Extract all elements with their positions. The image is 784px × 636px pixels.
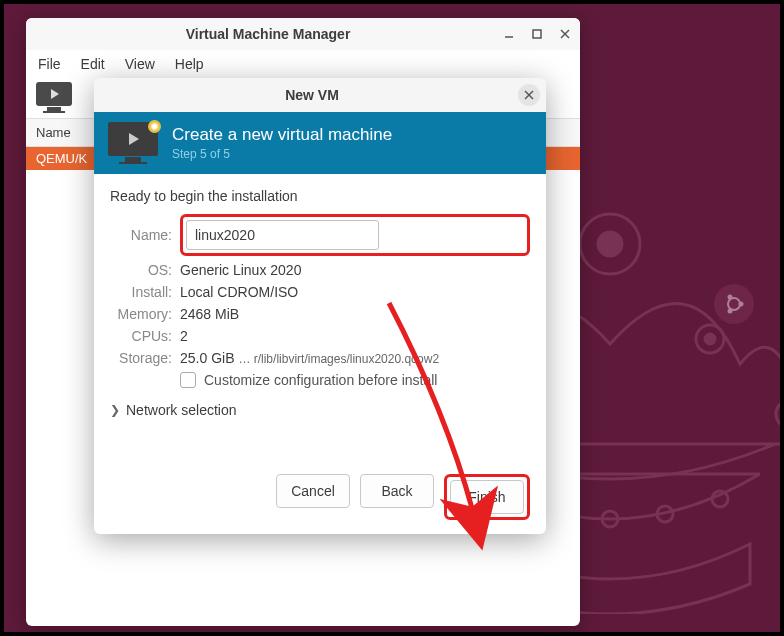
- svg-point-1: [598, 232, 622, 256]
- name-label: Name:: [110, 227, 172, 243]
- dialog-title: New VM: [106, 87, 518, 103]
- dialog-header-title: Create a new virtual machine: [172, 125, 392, 145]
- svg-point-17: [728, 295, 733, 300]
- svg-point-16: [739, 302, 744, 307]
- network-label: Network selection: [126, 402, 237, 418]
- network-selection-expander[interactable]: ❯ Network selection: [110, 402, 530, 418]
- cancel-button[interactable]: Cancel: [276, 474, 350, 508]
- install-label: Install:: [110, 284, 172, 300]
- storage-label: Storage:: [110, 350, 172, 366]
- menu-view[interactable]: View: [125, 56, 155, 72]
- name-highlight: [180, 214, 530, 256]
- svg-rect-20: [533, 30, 541, 38]
- menu-help[interactable]: Help: [175, 56, 204, 72]
- dialog-titlebar: New VM: [94, 78, 546, 112]
- dialog-actions: Cancel Back Finish: [110, 468, 530, 520]
- menubar: File Edit View Help: [26, 50, 580, 78]
- minimize-button[interactable]: [502, 27, 516, 41]
- install-value: Local CDROM/ISO: [180, 284, 298, 300]
- dialog-close-button[interactable]: [518, 84, 540, 106]
- dialog-body: Ready to begin the installation Name: OS…: [94, 174, 546, 534]
- storage-path: … r/lib/libvirt/images/linux2020.qcow2: [238, 352, 439, 366]
- svg-point-8: [776, 400, 780, 428]
- vm-name-input[interactable]: [186, 220, 379, 250]
- os-value: Generic Linux 2020: [180, 262, 301, 278]
- desktop-background: Virtual Machine Manager File Edit View H…: [4, 4, 780, 632]
- dialog-header: Create a new virtual machine Step 5 of 5: [94, 112, 546, 174]
- customize-label: Customize configuration before install: [204, 372, 437, 388]
- new-vm-toolbar-icon[interactable]: [36, 82, 72, 112]
- ready-text: Ready to begin the installation: [110, 188, 530, 204]
- cpus-value: 2: [180, 328, 188, 344]
- new-vm-dialog: New VM Create a new virtual machine Step…: [94, 78, 546, 534]
- svg-marker-23: [51, 89, 59, 99]
- maximize-button[interactable]: [530, 27, 544, 41]
- storage-size: 25.0 GiB: [180, 350, 234, 366]
- cpus-label: CPUs:: [110, 328, 172, 344]
- svg-marker-26: [129, 133, 139, 145]
- svg-point-7: [705, 334, 715, 344]
- memory-label: Memory:: [110, 306, 172, 322]
- svg-point-15: [728, 298, 740, 310]
- finish-button[interactable]: Finish: [450, 480, 524, 514]
- dialog-step: Step 5 of 5: [172, 147, 392, 161]
- menu-file[interactable]: File: [38, 56, 61, 72]
- close-button[interactable]: [558, 27, 572, 41]
- main-window-title: Virtual Machine Manager: [34, 26, 502, 42]
- main-titlebar: Virtual Machine Manager: [26, 18, 580, 50]
- chevron-right-icon: ❯: [110, 403, 120, 417]
- vm-header-icon: [108, 122, 158, 164]
- back-button[interactable]: Back: [360, 474, 434, 508]
- menu-edit[interactable]: Edit: [81, 56, 105, 72]
- customize-checkbox[interactable]: [180, 372, 196, 388]
- dock-ubuntu-icon[interactable]: [714, 284, 754, 324]
- svg-point-18: [728, 309, 733, 314]
- finish-highlight: Finish: [444, 474, 530, 520]
- os-label: OS:: [110, 262, 172, 278]
- memory-value: 2468 MiB: [180, 306, 239, 322]
